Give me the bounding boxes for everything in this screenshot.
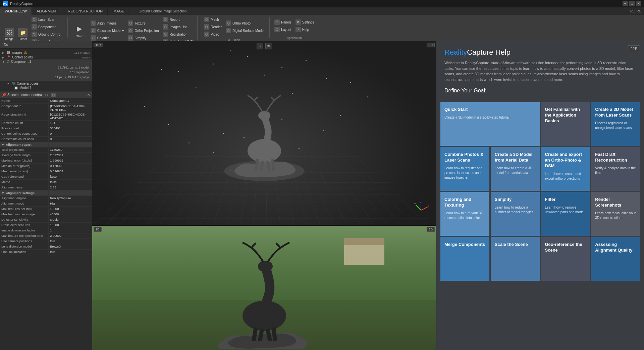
prop-section-alignment-settings: ▼ Alignment settings (0, 190, 92, 196)
video-icon: ⬡ (204, 32, 209, 37)
ribbon-btn-render[interactable]: ⬡ Render (203, 24, 223, 30)
tree-item-model1[interactable]: 🔲 Model 1 (0, 86, 92, 90)
antler-left (248, 95, 263, 112)
goal-card-fast-draft[interactable]: Fast Draft Reconstruction Verify & analy… (591, 147, 640, 191)
prop-row-max-features-mpx: Max features per mpx 10000 (0, 207, 92, 212)
combine-photos-title: Combine Photos & Laser Scans (444, 152, 485, 163)
tree-item-camera-poses[interactable]: ▼ 📷 Camera poses (0, 81, 92, 86)
ribbon-btn-align-images[interactable]: ⬡ Align Images (89, 20, 125, 27)
laser-scan-icon: ⬡ (32, 17, 37, 22)
vp-btn-1ds[interactable]: 1Ds (94, 43, 103, 47)
photo-leg-fl (254, 327, 256, 341)
goal-card-georef[interactable]: Geo-reference the Scene (541, 237, 590, 281)
close-button[interactable]: ✕ (636, 1, 641, 6)
props-pin-icon[interactable]: 📌 (2, 93, 6, 97)
component-info: 161/161 cams, 1 model 161 registered 11 … (0, 64, 92, 81)
vp-icon-home[interactable]: ⌂ (257, 43, 263, 49)
props-expand-btn[interactable]: ⬡ (51, 93, 56, 97)
section-expand-icon: ▼ (1, 143, 4, 146)
calculate-model-icon: ⬡ (91, 28, 96, 33)
goal-card-quick-start[interactable]: Quick Start Create a 3D model in a step-… (440, 102, 540, 146)
simplify-icon: ⬡ (128, 35, 133, 41)
quick-start-title: Quick Start (444, 107, 536, 113)
ribbon-btn-images-list[interactable]: ⬡ Images List (161, 24, 195, 30)
ribbon-btn-simplify[interactable]: ⬡ Simplify (126, 35, 160, 41)
tree-item-control-points[interactable]: ▶ 📍 Control points empty (0, 55, 92, 59)
goal-card-scale[interactable]: Scale the Scene (491, 237, 540, 281)
maximize-button[interactable]: □ (629, 1, 635, 6)
goal-card-ortho[interactable]: Create and export an Ortho-Photo & DSM L… (541, 147, 590, 191)
goal-card-combine-photos[interactable]: Combine Photos & Laser Scans Learn how t… (440, 147, 489, 191)
ribbon-btn-registration[interactable]: ⬡ Registration (161, 31, 195, 38)
ribbon-btn-calculate-model[interactable]: ⬡ Calculate Model ▾ (89, 27, 125, 34)
goal-card-coloring[interactable]: Coloring and Texturing Learn how to turn… (440, 192, 489, 236)
start-icon: ▶ (74, 23, 85, 34)
component-tree-icon: ⬡ (7, 60, 10, 63)
ribbon-btn-mesh[interactable]: ⬡ Mesh (203, 16, 223, 23)
photo-leg-fr (260, 329, 262, 341)
prop-row-cam-count: Cameras count 161 (0, 121, 92, 126)
ribbon-btn-report[interactable]: ⬡ Report (161, 16, 195, 23)
tree-item-images[interactable]: ▶ 🖼 Images ⚠ 161 Images (0, 50, 92, 55)
tree-label-component1: Component 1 (11, 60, 31, 63)
minimize-button[interactable]: − (623, 1, 628, 6)
report-icon: ⬡ (163, 17, 168, 22)
prop-row-projections: Total projections 1140282 (0, 147, 92, 153)
ribbon-btn-laser-scan[interactable]: ⬡ Laser Scan (30, 16, 64, 23)
goal-card-render[interactable]: Render Screenshots Learn how to visualiz… (591, 192, 640, 236)
props-close-btn[interactable]: ✕ (87, 93, 90, 97)
tree-item-component1[interactable]: ▼ ⬡ Component 1 (0, 59, 92, 64)
ribbon-btn-colorize[interactable]: ⬡ Colorize (89, 35, 125, 41)
viewport-2d[interactable]: 2D 2D (92, 226, 436, 350)
goal-card-filter[interactable]: Filter Learn how to remove unwanted part… (541, 192, 590, 236)
images-list-icon: ⬡ (163, 24, 168, 30)
model-3d-display (214, 94, 315, 188)
tab-image[interactable]: IMAGE (108, 7, 129, 15)
vp-icon-view[interactable]: 👁 (265, 43, 272, 49)
ribbon-sep-1 (67, 17, 68, 38)
goal-card-aerial[interactable]: Create a 3D Model from Aerial Data Learn… (491, 147, 540, 191)
laser-scans-title: Create a 3D Model from Laser Scans (595, 107, 636, 118)
ribbon-btn-start[interactable]: ▶ Start (71, 20, 88, 41)
ribbon-btn-ortho-projection[interactable]: ⬡ Ortho Projection (126, 27, 160, 34)
goal-card-get-familiar[interactable]: Get Familiar with the Application Basics (541, 102, 590, 146)
ribbon-btn-dsm[interactable]: ⬡ Digital Surface Model (224, 27, 266, 34)
properties-table: Name Component 1 Component Id {D7A0C660-… (0, 98, 92, 350)
help-toggle-button[interactable]: help (628, 45, 640, 51)
ribbon-btn-texture[interactable]: ⬡ Texture (126, 20, 160, 27)
leg-fl (256, 159, 258, 171)
ribbon-btn-video[interactable]: ⬡ Video (203, 31, 223, 38)
ribbon-btn-component[interactable]: ⬡ Component (30, 24, 64, 30)
ribbon-btn-ground-control[interactable]: ⬡ Ground Control (30, 31, 64, 38)
tab-alignment[interactable]: ALIGNMENT (32, 7, 63, 15)
ribbon-btn-ortho-photo[interactable]: ⬡ Ortho Photo (224, 20, 266, 27)
georef-title: Geo-reference the Scene (545, 242, 586, 253)
ribbon-btn-panels[interactable]: ⬡ Panels (273, 19, 293, 26)
ribbon-btn-help[interactable]: ? Help (294, 26, 316, 33)
images-count: 161 Images (74, 51, 90, 54)
properties-panel: 📌 Selected component(s) ⬡ ⬡ ✕ Name Compo… (0, 92, 92, 350)
prop-row-name: Name Component 1 (0, 98, 92, 104)
photo-antler-right (268, 243, 289, 262)
help-title-blue: Reality (444, 48, 467, 56)
vp-btn-2d[interactable]: 2D (94, 227, 102, 232)
ribbon-btn-settings[interactable]: ⚙ Settings (294, 19, 316, 26)
tab-workflow[interactable]: WORKFLOW (0, 7, 32, 15)
warning-icon: ⚠ (24, 50, 27, 55)
ribbon-btn-folder[interactable]: 📁 Folder (17, 27, 29, 42)
roof (344, 238, 384, 245)
ribbon-sep-2 (199, 17, 199, 38)
goal-card-merge[interactable]: Merge Components (440, 237, 489, 281)
tab-reconstruction[interactable]: RECONSTRUCTION (63, 7, 108, 15)
photo-neck (266, 269, 270, 302)
photo-leg-rl (268, 329, 270, 341)
viewport-3d[interactable]: 1Ds ⌂ 👁 3D X Y Z (92, 41, 436, 226)
goal-card-simplify[interactable]: Simplify Learn how to reduce a number of… (491, 192, 540, 236)
ribbon-btn-image[interactable]: 🖼 Image (3, 27, 15, 42)
expand-icon-cam: ▼ (7, 82, 10, 85)
goal-card-laser-scans[interactable]: Create a 3D Model from Laser Scans Proce… (591, 102, 640, 146)
comp-info-cams: 161/161 cams, 1 model (3, 65, 89, 70)
ribbon-btn-layout[interactable]: ⬡ Layout (273, 26, 293, 33)
goal-card-alignment-quality[interactable]: Assessing Alignment Quality (591, 237, 640, 281)
control-points-icon: 📍 (7, 55, 11, 59)
